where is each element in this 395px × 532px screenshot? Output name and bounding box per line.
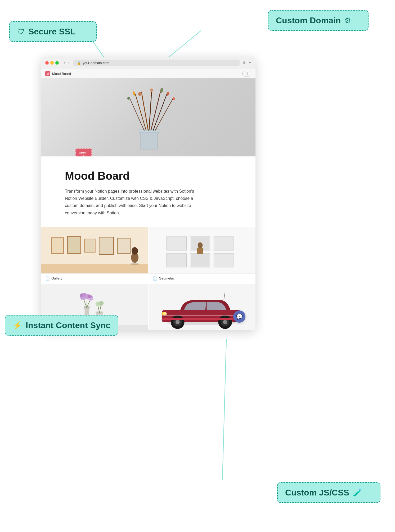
chat-bubble[interactable]: 💬 xyxy=(233,310,245,323)
svg-rect-20 xyxy=(41,264,148,273)
traffic-lights xyxy=(45,61,59,65)
doc-icon-2: 📄 xyxy=(153,276,157,281)
gallery-image-1 xyxy=(41,227,148,273)
svg-line-8 xyxy=(149,90,152,130)
svg-rect-82 xyxy=(162,315,241,316)
tab-title: Mood Board xyxy=(52,72,71,76)
custom-domain-badge: Custom Domain ⚙ xyxy=(268,10,369,31)
svg-rect-4 xyxy=(140,131,158,149)
svg-point-75 xyxy=(176,320,180,324)
ssl-badge: 🛡 Secure SSL xyxy=(9,21,97,42)
gallery-item-2[interactable]: 📄 Geometric xyxy=(149,227,255,283)
svg-line-3 xyxy=(222,339,226,480)
gallery-image-2 xyxy=(149,227,255,273)
browser-chrome: ‹ › 🔒 your-domain.com ⬆ + xyxy=(41,57,255,69)
brushes-illustration xyxy=(122,83,175,152)
address-bar[interactable]: 🔒 your-domain.com xyxy=(73,60,239,66)
custom-domain-label: Custom Domain xyxy=(276,15,341,25)
svg-point-78 xyxy=(223,320,227,324)
svg-rect-31 xyxy=(118,239,130,253)
new-tab-icon[interactable]: + xyxy=(249,60,251,65)
forward-button[interactable]: › xyxy=(67,60,71,66)
svg-rect-81 xyxy=(162,318,242,320)
admit-one-ticket: ADMITONE xyxy=(75,148,92,156)
svg-rect-45 xyxy=(191,254,209,267)
browser-window: ‹ › 🔒 your-domain.com ⬆ + M Mood Board ☽ xyxy=(41,57,255,330)
gear-icon: ⚙ xyxy=(344,16,351,25)
svg-point-65 xyxy=(88,295,92,298)
svg-line-12 xyxy=(135,93,146,130)
gallery-label-2: 📄 Geometric xyxy=(149,273,255,283)
svg-rect-25 xyxy=(68,237,80,253)
doc-icon-1: 📄 xyxy=(45,276,50,281)
gallery-title-1: Gallery xyxy=(51,276,62,280)
svg-rect-41 xyxy=(214,237,233,250)
svg-rect-23 xyxy=(52,238,63,253)
svg-rect-37 xyxy=(167,237,186,250)
svg-point-34 xyxy=(131,263,139,265)
url-text: your-domain.com xyxy=(83,61,109,65)
gallery-item-4[interactable]: 💬 xyxy=(149,284,255,330)
maximize-button[interactable] xyxy=(55,61,59,65)
page-title: Mood Board xyxy=(65,170,232,182)
tab-bar: M Mood Board ☽ xyxy=(41,69,255,78)
custom-js-css-label: Custom JS/CSS xyxy=(285,488,349,498)
lock-icon: 🔒 xyxy=(77,61,81,65)
gallery-grid: 📄 Gallery xyxy=(41,227,255,330)
gallery-item-1[interactable]: 📄 Gallery xyxy=(41,227,148,283)
ssl-label: Secure SSL xyxy=(28,26,75,37)
svg-rect-47 xyxy=(214,254,233,267)
share-icon[interactable]: ⬆ xyxy=(242,60,246,65)
nav-buttons: ‹ › xyxy=(62,60,71,66)
back-button[interactable]: ‹ xyxy=(62,60,66,66)
gallery-title-2: Geometric xyxy=(159,276,175,280)
dark-mode-toggle[interactable]: ☽ xyxy=(242,71,251,76)
instant-sync-label: Instant Content Sync xyxy=(26,320,110,330)
svg-rect-27 xyxy=(85,240,95,252)
svg-rect-43 xyxy=(167,254,186,267)
svg-point-83 xyxy=(163,312,167,315)
svg-line-10 xyxy=(151,89,161,131)
flask-icon: 🧪 xyxy=(353,488,362,497)
svg-rect-29 xyxy=(100,238,113,254)
tab-favicon: M xyxy=(45,71,50,76)
custom-js-css-badge: Custom JS/CSS 🧪 xyxy=(277,482,380,503)
chat-icon: 💬 xyxy=(236,313,243,320)
lightning-icon: ⚡ xyxy=(13,321,22,330)
svg-line-16 xyxy=(130,97,144,131)
gallery-label-1: 📄 Gallery xyxy=(41,273,148,283)
shield-icon: 🛡 xyxy=(17,27,25,36)
svg-point-69 xyxy=(99,301,104,306)
hero-image: ADMITONE xyxy=(41,78,255,156)
svg-point-17 xyxy=(127,96,130,100)
browser-actions: ⬆ + xyxy=(242,60,251,65)
svg-point-13 xyxy=(132,91,136,96)
page-description: Transform your Notion pages into profess… xyxy=(65,188,197,217)
active-tab[interactable]: M Mood Board xyxy=(45,71,71,76)
gallery-image-4 xyxy=(149,284,255,330)
svg-point-48 xyxy=(198,242,203,248)
content-section: Mood Board Transform your Notion pages i… xyxy=(41,156,255,224)
minimize-button[interactable] xyxy=(50,61,54,65)
page-content: ADMITONE Mood Board Transform your Notio… xyxy=(41,78,255,330)
instant-sync-badge: ⚡ Instant Content Sync xyxy=(5,315,118,336)
svg-point-33 xyxy=(132,247,138,255)
svg-point-9 xyxy=(150,88,154,92)
close-button[interactable] xyxy=(45,61,49,65)
svg-rect-49 xyxy=(197,248,203,254)
